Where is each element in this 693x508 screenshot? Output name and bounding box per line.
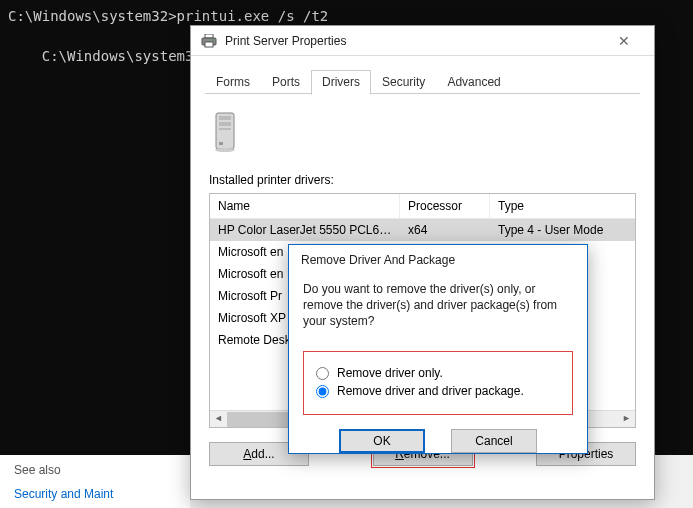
console-line: C:\Windows\system32>printui.exe /s /t2 bbox=[8, 6, 685, 26]
svg-point-9 bbox=[215, 148, 235, 152]
inner-button-row: OK Cancel bbox=[303, 429, 573, 453]
svg-rect-7 bbox=[219, 128, 231, 130]
radio-driver-and-package[interactable]: Remove driver and driver package. bbox=[316, 384, 560, 398]
tab-ports[interactable]: Ports bbox=[261, 70, 311, 94]
svg-rect-8 bbox=[219, 142, 223, 145]
tab-strip: Forms Ports Drivers Security Advanced bbox=[191, 56, 654, 94]
security-link[interactable]: Security and Maint bbox=[14, 487, 176, 501]
tab-drivers[interactable]: Drivers bbox=[311, 70, 371, 95]
svg-rect-6 bbox=[219, 122, 231, 126]
inner-dialog-title: Remove Driver And Package bbox=[289, 245, 587, 273]
inner-dialog-message: Do you want to remove the driver(s) only… bbox=[303, 281, 573, 329]
svg-rect-0 bbox=[205, 34, 213, 38]
table-header: Name Processor Type bbox=[210, 194, 635, 219]
col-name[interactable]: Name bbox=[210, 194, 400, 218]
tab-security[interactable]: Security bbox=[371, 70, 436, 94]
control-panel-sidebar: See also Security and Maint bbox=[0, 455, 190, 508]
printer-icon bbox=[201, 34, 217, 48]
radio-input[interactable] bbox=[316, 367, 329, 380]
installed-drivers-label: Installed printer drivers: bbox=[209, 173, 636, 187]
tab-forms[interactable]: Forms bbox=[205, 70, 261, 94]
radio-input[interactable] bbox=[316, 385, 329, 398]
tab-advanced[interactable]: Advanced bbox=[436, 70, 511, 94]
svg-point-3 bbox=[213, 39, 215, 41]
dialog-title: Print Server Properties bbox=[225, 34, 604, 48]
close-icon[interactable]: ✕ bbox=[604, 27, 644, 55]
remove-driver-dialog: Remove Driver And Package Do you want to… bbox=[288, 244, 588, 454]
ok-button[interactable]: OK bbox=[339, 429, 425, 453]
scroll-right-icon[interactable]: ► bbox=[618, 411, 635, 428]
radio-group: Remove driver only. Remove driver and dr… bbox=[303, 351, 573, 415]
svg-rect-2 bbox=[205, 42, 213, 47]
scroll-left-icon[interactable]: ◄ bbox=[210, 411, 227, 428]
inner-dialog-body: Do you want to remove the driver(s) only… bbox=[289, 273, 587, 461]
see-also-heading: See also bbox=[14, 463, 176, 477]
radio-driver-only[interactable]: Remove driver only. bbox=[316, 366, 560, 380]
col-processor[interactable]: Processor bbox=[400, 194, 490, 218]
server-icon bbox=[213, 112, 239, 152]
titlebar[interactable]: Print Server Properties ✕ bbox=[191, 26, 654, 56]
col-type[interactable]: Type bbox=[490, 194, 635, 218]
table-row[interactable]: HP Color LaserJet 5550 PCL6 Clas... x64 … bbox=[210, 219, 635, 241]
cancel-button[interactable]: Cancel bbox=[451, 429, 537, 453]
svg-rect-5 bbox=[219, 116, 231, 120]
